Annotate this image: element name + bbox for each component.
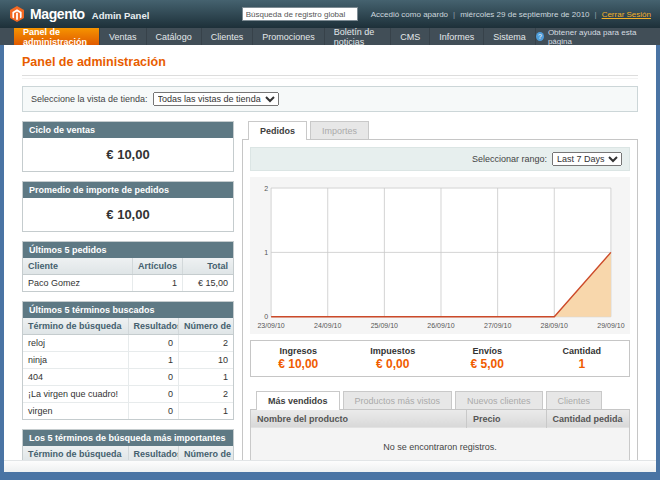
svg-text:25/09/10: 25/09/10 — [371, 322, 398, 329]
lifetime-sales-box: Ciclo de ventas € 10,00 — [22, 121, 234, 172]
empty-message: No se encontraron registros. — [251, 428, 630, 460]
nav-item-panel-de-administracion[interactable]: Panel de administración — [14, 28, 100, 45]
stat-label: Envíos — [440, 346, 535, 356]
main-nav: Panel de administraciónVentasCatálogoCli… — [0, 28, 660, 45]
range-select[interactable]: Last 7 Days — [552, 152, 622, 166]
store-view-select[interactable]: Todas las vistas de tienda — [153, 92, 279, 106]
svg-text:1: 1 — [264, 249, 268, 256]
svg-text:2: 2 — [264, 185, 268, 192]
header-right: Accedió como apardo | miércoles 29 de se… — [242, 7, 651, 21]
nav-item-ventas[interactable]: Ventas — [100, 28, 147, 45]
help-icon: ? — [536, 32, 544, 41]
table-cell: 1 — [132, 275, 182, 292]
page-title: Panel de administración — [22, 51, 638, 75]
chart-tabs: PedidosImportes — [242, 121, 638, 140]
column-header-termino-de-busqueda: Término de búsqueda — [23, 446, 128, 460]
column-header-termino-de-busqueda: Término de búsqueda — [23, 318, 128, 335]
table-cell: 1 — [128, 352, 178, 369]
table-row: ninja110 — [23, 352, 233, 369]
table-cell: ¡La virgen que cuadro! — [23, 386, 128, 403]
top-search-terms-box: Los 5 términos de búsqueda más important… — [22, 429, 234, 460]
header-separator: | — [595, 10, 597, 19]
stat-ingresos: Ingresos€ 10,00 — [251, 346, 346, 371]
range-label: Seleccionar rango: — [472, 154, 547, 164]
table-cell: 2 — [178, 335, 233, 352]
nav-item-sistema[interactable]: Sistema — [484, 28, 536, 45]
lifetime-sales-value: € 10,00 — [23, 138, 233, 171]
help-link[interactable]: ? Obtener ayuda para esta página — [536, 28, 660, 45]
column-header-cliente: Cliente — [23, 258, 132, 275]
nav-item-informes[interactable]: Informes — [430, 28, 484, 45]
table-cell: 2 — [178, 386, 233, 403]
stat-value: € 5,00 — [440, 357, 535, 371]
table-row: Paco Gomez1€ 15,00 — [23, 275, 233, 292]
chart-panel: Seleccionar rango: Last 7 Days 01223/09/… — [242, 140, 638, 460]
nav-item-cms[interactable]: CMS — [391, 28, 430, 45]
table-cell: 0 — [128, 403, 178, 420]
tab-nuevos-clientes[interactable]: Nuevos clientes — [455, 391, 543, 409]
brand-suffix: Admin Panel — [92, 10, 150, 21]
table-cell: Paco Gomez — [23, 275, 132, 292]
table-cell: 404 — [23, 369, 128, 386]
tab-clientes[interactable]: Clientes — [546, 391, 603, 409]
table-cell: 1 — [178, 403, 233, 420]
brand-name: Magento — [30, 6, 85, 22]
table-cell: virgen — [23, 403, 128, 420]
column-header-numero-de-usos: Número de usos — [178, 446, 233, 460]
tab-pedidos[interactable]: Pedidos — [248, 121, 307, 140]
stat-label: Impuestos — [346, 346, 441, 356]
magento-admin-app: Magento Admin Panel Accedió como apardo … — [0, 0, 660, 480]
table-row: reloj02 — [23, 335, 233, 352]
dashboard-columns: Ciclo de ventas € 10,00 Promedio de impo… — [22, 121, 638, 460]
table-cell: 0 — [128, 369, 178, 386]
column-header-nombre-del-producto: Nombre del producto — [251, 409, 467, 428]
svg-text:27/09/10: 27/09/10 — [484, 322, 511, 329]
column-header-numero-de-usos: Número de usos — [178, 318, 233, 335]
stat-value: € 10,00 — [251, 357, 346, 371]
stat-value: 1 — [535, 357, 630, 371]
top-search-terms-table: Término de búsquedaResultadosNúmero de u… — [23, 446, 233, 460]
nav-item-clientes[interactable]: Clientes — [202, 28, 254, 45]
column-header-articulos: Artículos — [132, 258, 182, 275]
svg-text:0: 0 — [264, 313, 268, 320]
app-header: Magento Admin Panel Accedió como apardo … — [0, 0, 660, 28]
stat-value: € 0,00 — [346, 357, 441, 371]
table-cell: 0 — [128, 386, 178, 403]
svg-text:28/09/10: 28/09/10 — [541, 322, 568, 329]
magento-logo-icon — [9, 6, 25, 22]
global-search-input[interactable] — [242, 7, 358, 21]
nav-item-promociones[interactable]: Promociones — [253, 28, 325, 45]
table-cell: reloj — [23, 335, 128, 352]
box-title: Los 5 términos de búsqueda más important… — [23, 430, 233, 446]
stat-label: Ingresos — [251, 346, 346, 356]
column-header-total: Total — [183, 258, 233, 275]
title-divider — [22, 75, 638, 79]
average-orders-value: € 10,00 — [23, 198, 233, 231]
table-row: virgen01 — [23, 403, 233, 420]
store-view-label: Seleccione la vista de tienda: — [31, 94, 148, 104]
tab-productos-mas-vistos[interactable]: Productos más vistos — [343, 391, 453, 409]
column-header-precio: Precio — [467, 409, 547, 428]
stat-cantidad: Cantidad1 — [535, 346, 630, 371]
box-title: Promedio de importe de pedidos — [23, 182, 233, 198]
column-header-resultados: Resultados — [128, 446, 178, 460]
svg-text:23/09/10: 23/09/10 — [257, 322, 284, 329]
box-title: Últimos 5 pedidos — [23, 242, 233, 258]
average-orders-box: Promedio de importe de pedidos € 10,00 — [22, 181, 234, 232]
help-link-label: Obtener ayuda para esta página — [548, 28, 650, 46]
dashboard-main: PedidosImportes Seleccionar rango: Last … — [242, 121, 638, 460]
brand-logo[interactable]: Magento Admin Panel — [9, 6, 149, 22]
tab-mas-vendidos[interactable]: Más vendidos — [256, 391, 340, 410]
header-date: miércoles 29 de septiembre de 2010 — [460, 10, 589, 19]
table-cell: € 15,00 — [183, 275, 233, 292]
nav-item-boletin-de-noticias[interactable]: Boletín de noticias — [325, 28, 392, 45]
nav-item-catalogo[interactable]: Catálogo — [147, 28, 202, 45]
stat-envios: Envíos€ 5,00 — [440, 346, 535, 371]
table-cell: ninja — [23, 352, 128, 369]
empty-row: No se encontraron registros. — [251, 428, 630, 460]
last-orders-table: ClienteArtículosTotal Paco Gomez1€ 15,00 — [23, 258, 233, 291]
table-row: ¡La virgen que cuadro!02 — [23, 386, 233, 403]
page-content: Panel de administración Seleccione la vi… — [4, 45, 656, 460]
logout-link[interactable]: Cerrar Sesión — [602, 10, 651, 19]
tab-importes[interactable]: Importes — [310, 121, 369, 139]
